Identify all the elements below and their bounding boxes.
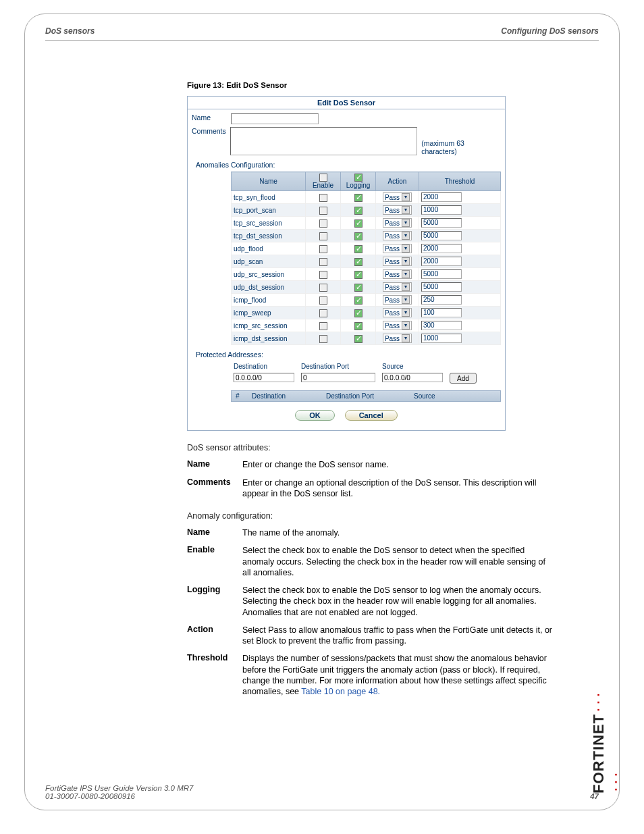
col-action: Action (376, 172, 419, 191)
threshold-input[interactable]: 2000 (421, 257, 462, 266)
source-input[interactable] (382, 373, 443, 382)
attr-row: LoggingSelect the check box to enable th… (187, 585, 599, 618)
destport-input[interactable] (301, 373, 375, 382)
enable-all-checkbox[interactable] (319, 174, 327, 182)
enable-checkbox[interactable] (319, 207, 327, 215)
enable-checkbox[interactable] (319, 309, 327, 317)
table-row: icmp_floodPass▾250 (232, 294, 501, 307)
table-row: tcp_syn_floodPass▾2000 (232, 191, 501, 204)
action-select[interactable]: Pass▾ (383, 308, 412, 317)
comments-input[interactable] (230, 127, 417, 155)
threshold-input[interactable]: 1000 (421, 334, 462, 343)
logging-checkbox[interactable] (354, 207, 363, 215)
enable-checkbox[interactable] (319, 322, 327, 330)
table-row: tcp_dst_sessionPass▾5000 (232, 230, 501, 242)
logging-checkbox[interactable] (354, 309, 363, 317)
figure-caption: Figure 13: Edit DoS Sensor (187, 81, 599, 89)
action-select[interactable]: Pass▾ (383, 295, 412, 305)
logging-checkbox[interactable] (354, 296, 363, 305)
action-select[interactable]: Pass▾ (383, 321, 412, 330)
attr-label: Threshold (187, 653, 242, 662)
enable-checkbox[interactable] (319, 271, 327, 279)
attr-label: Comments (187, 477, 242, 487)
add-button[interactable]: Add (450, 373, 477, 384)
attr-label: Name (187, 459, 242, 469)
chevron-down-icon: ▾ (402, 321, 410, 330)
threshold-input[interactable]: 2000 (421, 244, 462, 253)
action-select[interactable]: Pass▾ (383, 282, 412, 292)
logging-checkbox[interactable] (354, 271, 363, 279)
chevron-down-icon: ▾ (402, 219, 410, 227)
logging-checkbox[interactable] (354, 284, 363, 292)
logging-checkbox[interactable] (354, 258, 363, 266)
attr-label: Logging (187, 585, 242, 594)
chevron-down-icon: ▾ (402, 296, 410, 304)
logging-checkbox[interactable] (354, 194, 363, 202)
table-row: udp_dst_sessionPass▾5000 (232, 281, 501, 294)
action-select[interactable]: Pass▾ (383, 231, 412, 240)
threshold-input[interactable]: 5000 (421, 231, 462, 240)
threshold-input[interactable]: 2000 (421, 192, 462, 202)
chevron-down-icon: ▾ (402, 257, 410, 265)
logging-all-checkbox[interactable] (354, 174, 363, 182)
attr-row: EnableSelect the check box to enable the… (187, 545, 599, 578)
anomalies-table: Name Enable Logging Action Threshold tcp… (231, 172, 501, 345)
threshold-input[interactable]: 250 (421, 295, 462, 305)
enable-checkbox[interactable] (319, 296, 327, 305)
logging-checkbox[interactable] (354, 219, 363, 228)
action-select[interactable]: Pass▾ (383, 257, 412, 266)
anom-name: udp_scan (232, 255, 306, 268)
cross-ref-link[interactable]: Table 10 on page 48. (301, 687, 380, 696)
col-enable[interactable]: Enable (306, 172, 341, 191)
anom-name: icmp_sweep (232, 307, 306, 319)
cancel-button[interactable]: Cancel (345, 410, 398, 421)
threshold-input[interactable]: 5000 (421, 218, 462, 228)
table-row: icmp_src_sessionPass▾300 (232, 319, 501, 332)
attr-row: ThresholdDisplays the number of sessions… (187, 653, 599, 697)
ok-button[interactable]: OK (295, 410, 335, 421)
logging-checkbox[interactable] (354, 232, 363, 240)
enable-checkbox[interactable] (319, 232, 327, 240)
action-select[interactable]: Pass▾ (383, 192, 412, 202)
anom-name: tcp_port_scan (232, 204, 306, 217)
action-select[interactable]: Pass▾ (383, 205, 412, 215)
anom-name: icmp_dst_session (232, 332, 306, 345)
attr-intro: DoS sensor attributes: (187, 443, 599, 452)
enable-checkbox[interactable] (319, 245, 327, 253)
dest-input[interactable] (234, 373, 294, 382)
comments-label: Comments (192, 127, 230, 135)
threshold-input[interactable]: 300 (421, 321, 462, 330)
action-select[interactable]: Pass▾ (383, 218, 412, 228)
table-row: icmp_sweepPass▾100 (232, 307, 501, 319)
enable-checkbox[interactable] (319, 219, 327, 228)
enable-checkbox[interactable] (319, 335, 327, 343)
threshold-input[interactable]: 100 (421, 308, 462, 317)
attr-desc: Enter or change the DoS sensor name. (242, 459, 553, 470)
anom-intro: Anomaly configuration: (187, 511, 599, 521)
attr-label: Action (187, 625, 242, 634)
attr-row: ActionSelect Pass to allow anomalous tra… (187, 625, 599, 647)
threshold-input[interactable]: 5000 (421, 282, 462, 292)
threshold-input[interactable]: 1000 (421, 205, 462, 215)
logging-checkbox[interactable] (354, 335, 363, 343)
enable-checkbox[interactable] (319, 194, 327, 202)
table-row: tcp_port_scanPass▾1000 (232, 204, 501, 217)
col-logging[interactable]: Logging (341, 172, 376, 191)
anom-name: tcp_dst_session (232, 230, 306, 242)
table-row: tcp_src_sessionPass▾5000 (232, 217, 501, 230)
name-input[interactable] (231, 113, 319, 124)
action-select[interactable]: Pass▾ (383, 244, 412, 253)
attr-desc: The name of the anomaly. (242, 527, 553, 538)
anom-name: icmp_flood (232, 294, 306, 307)
action-select[interactable]: Pass▾ (383, 269, 412, 279)
logging-checkbox[interactable] (354, 245, 363, 253)
logging-checkbox[interactable] (354, 322, 363, 330)
enable-checkbox[interactable] (319, 284, 327, 292)
chevron-down-icon: ▾ (402, 309, 410, 317)
action-select[interactable]: Pass▾ (383, 334, 412, 343)
anom-name: udp_src_session (232, 268, 306, 281)
chevron-down-icon: ▾ (402, 270, 410, 278)
attr-desc: Select Pass to allow anomalous traffic t… (242, 625, 553, 647)
threshold-input[interactable]: 5000 (421, 269, 462, 279)
enable-checkbox[interactable] (319, 258, 327, 266)
